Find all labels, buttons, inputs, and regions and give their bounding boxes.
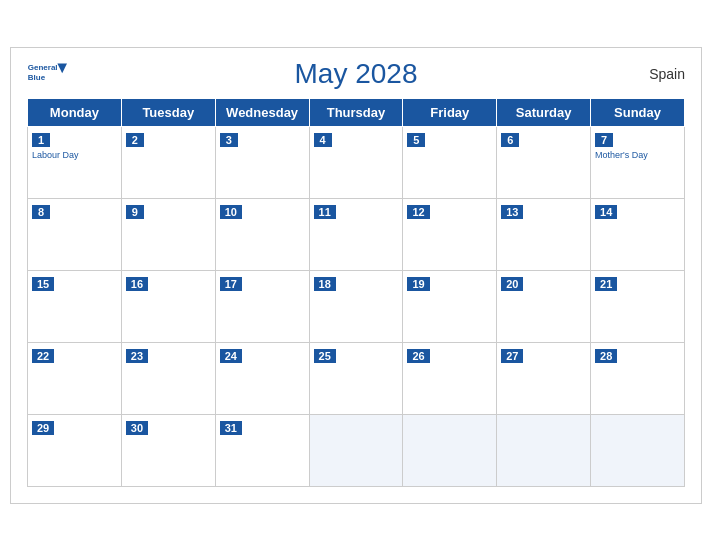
svg-text:General: General — [28, 63, 58, 72]
header-friday: Friday — [403, 98, 497, 126]
table-cell: 13 — [497, 198, 591, 270]
table-cell: 1Labour Day — [28, 126, 122, 198]
day-number: 28 — [595, 349, 617, 363]
day-number: 1 — [32, 133, 50, 147]
header-monday: Monday — [28, 98, 122, 126]
week-row-2: 891011121314 — [28, 198, 685, 270]
table-cell: 3 — [215, 126, 309, 198]
table-cell: 7Mother's Day — [591, 126, 685, 198]
weekday-header-row: Monday Tuesday Wednesday Thursday Friday… — [28, 98, 685, 126]
day-number: 5 — [407, 133, 425, 147]
day-number: 29 — [32, 421, 54, 435]
day-number: 25 — [314, 349, 336, 363]
generalblue-logo: General Blue — [27, 60, 67, 88]
day-number: 21 — [595, 277, 617, 291]
table-cell — [497, 414, 591, 486]
day-number: 27 — [501, 349, 523, 363]
day-number: 31 — [220, 421, 242, 435]
table-cell: 12 — [403, 198, 497, 270]
day-number: 4 — [314, 133, 332, 147]
table-cell: 10 — [215, 198, 309, 270]
table-cell: 30 — [121, 414, 215, 486]
svg-text:Blue: Blue — [28, 72, 46, 81]
week-row-3: 15161718192021 — [28, 270, 685, 342]
calendar-header: General Blue May 2028 Spain — [27, 58, 685, 90]
day-number: 14 — [595, 205, 617, 219]
holiday-label: Mother's Day — [595, 150, 680, 160]
day-number: 16 — [126, 277, 148, 291]
day-number: 15 — [32, 277, 54, 291]
table-cell: 22 — [28, 342, 122, 414]
day-number: 7 — [595, 133, 613, 147]
week-row-1: 1Labour Day234567Mother's Day — [28, 126, 685, 198]
calendar-container: General Blue May 2028 Spain Monday Tuesd… — [10, 47, 702, 504]
country-label: Spain — [649, 66, 685, 82]
table-cell: 19 — [403, 270, 497, 342]
svg-marker-2 — [57, 63, 67, 73]
header-thursday: Thursday — [309, 98, 403, 126]
table-cell: 24 — [215, 342, 309, 414]
day-number: 18 — [314, 277, 336, 291]
table-cell: 26 — [403, 342, 497, 414]
table-cell: 18 — [309, 270, 403, 342]
day-number: 19 — [407, 277, 429, 291]
table-cell: 20 — [497, 270, 591, 342]
holiday-label: Labour Day — [32, 150, 117, 160]
day-number: 3 — [220, 133, 238, 147]
header-tuesday: Tuesday — [121, 98, 215, 126]
table-cell: 27 — [497, 342, 591, 414]
day-number: 10 — [220, 205, 242, 219]
table-cell: 11 — [309, 198, 403, 270]
day-number: 22 — [32, 349, 54, 363]
day-number: 17 — [220, 277, 242, 291]
day-number: 26 — [407, 349, 429, 363]
table-cell: 14 — [591, 198, 685, 270]
calendar-title: May 2028 — [295, 58, 418, 90]
table-cell: 31 — [215, 414, 309, 486]
day-number: 9 — [126, 205, 144, 219]
table-cell — [403, 414, 497, 486]
table-cell: 17 — [215, 270, 309, 342]
table-cell: 6 — [497, 126, 591, 198]
header-saturday: Saturday — [497, 98, 591, 126]
table-cell: 29 — [28, 414, 122, 486]
day-number: 8 — [32, 205, 50, 219]
day-number: 6 — [501, 133, 519, 147]
day-number: 30 — [126, 421, 148, 435]
table-cell — [309, 414, 403, 486]
day-number: 20 — [501, 277, 523, 291]
table-cell: 8 — [28, 198, 122, 270]
header-sunday: Sunday — [591, 98, 685, 126]
table-cell: 5 — [403, 126, 497, 198]
day-number: 13 — [501, 205, 523, 219]
day-number: 11 — [314, 205, 336, 219]
day-number: 24 — [220, 349, 242, 363]
table-cell: 21 — [591, 270, 685, 342]
table-cell: 9 — [121, 198, 215, 270]
table-cell: 16 — [121, 270, 215, 342]
day-number: 2 — [126, 133, 144, 147]
table-cell: 15 — [28, 270, 122, 342]
logo-area: General Blue — [27, 60, 67, 88]
week-row-4: 22232425262728 — [28, 342, 685, 414]
day-number: 12 — [407, 205, 429, 219]
week-row-5: 293031 — [28, 414, 685, 486]
calendar-table: Monday Tuesday Wednesday Thursday Friday… — [27, 98, 685, 487]
table-cell — [591, 414, 685, 486]
table-cell: 28 — [591, 342, 685, 414]
table-cell: 2 — [121, 126, 215, 198]
table-cell: 25 — [309, 342, 403, 414]
table-cell: 23 — [121, 342, 215, 414]
table-cell: 4 — [309, 126, 403, 198]
header-wednesday: Wednesday — [215, 98, 309, 126]
day-number: 23 — [126, 349, 148, 363]
